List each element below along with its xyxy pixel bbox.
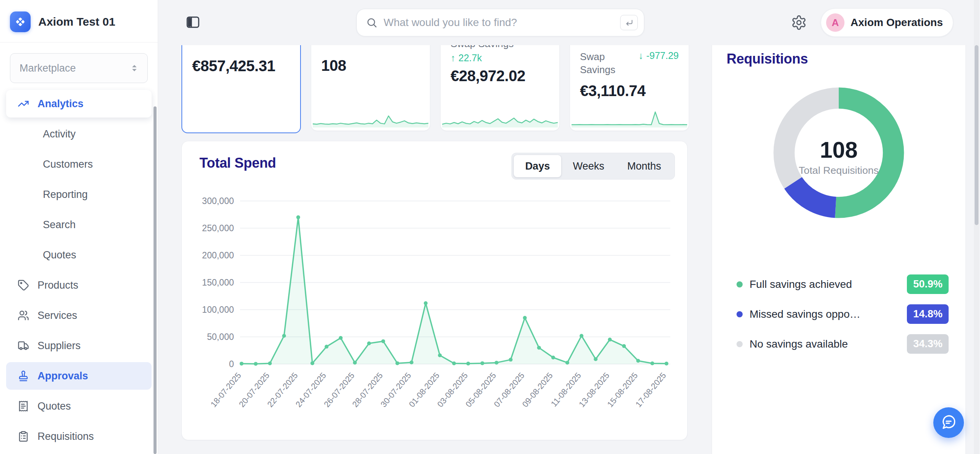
sidebar-item-customers[interactable]: Customers (6, 150, 152, 178)
settings-gear-icon[interactable] (791, 15, 807, 31)
avatar: A (826, 13, 844, 32)
stat-label: Total Spend (192, 45, 290, 46)
sidebar-item-activity[interactable]: Activity (6, 120, 152, 148)
sidebar-item-label: Quotes (38, 400, 71, 412)
requisitions-donut-chart: 108Total Requisitions (762, 76, 915, 229)
sidebar-item-quotes-sub[interactable]: Quotes (6, 241, 152, 269)
sidebar-item-label: Search (43, 219, 76, 231)
app-logo-icon[interactable] (10, 11, 31, 32)
legend-dot (737, 341, 743, 347)
sidebar-item-suppliers[interactable]: Suppliers (6, 332, 152, 359)
chat-bubble-icon (941, 414, 957, 431)
search-input[interactable] (384, 16, 620, 29)
top-bar-right: A Axiom Operations (791, 8, 953, 37)
sparkline-chart (442, 105, 558, 127)
sidebar: Axiom Test 01 Marketplace AnalyticsActiv… (0, 0, 158, 454)
sidebar-item-label: Requisitions (38, 431, 94, 443)
clipboard-icon (18, 431, 29, 442)
sidebar-nav: AnalyticsActivityCustomersReportingSearc… (0, 90, 158, 450)
legend-dot (737, 311, 743, 317)
sidebar-item-products[interactable]: Products (6, 271, 152, 299)
stat-delta: ↓ -977.29 (639, 50, 679, 61)
sidebar-item-approvals[interactable]: Approvals (6, 362, 152, 390)
sidebar-scrollbar[interactable] (154, 106, 157, 454)
panel-left-icon (185, 15, 201, 31)
sidebar-collapse-button[interactable] (184, 14, 202, 31)
requisitions-legend: Full savings achieved50.9%Missed savings… (737, 274, 949, 354)
stat-cards-row: Total Spend €857,425.31 Requisitions 108… (181, 45, 689, 133)
stat-card-requisitions[interactable]: Requisitions 108 (311, 45, 430, 131)
legend-item[interactable]: No savings available34.3% (737, 334, 949, 354)
svg-text:Total Requisitions: Total Requisitions (799, 165, 879, 176)
app-title: Axiom Test 01 (38, 15, 115, 28)
svg-text:300,000: 300,000 (202, 196, 234, 206)
legend-value-badge: 50.9% (907, 274, 949, 294)
total-spend-card: Total Spend DaysWeeksMonths 050,000100,0… (181, 141, 688, 440)
tab-days[interactable]: Days (514, 155, 562, 177)
stat-value: €28,972.02 (451, 67, 549, 85)
stat-label: Requisitions (321, 45, 420, 46)
tab-months[interactable]: Months (616, 155, 673, 177)
legend-dot (737, 281, 743, 287)
sparkline-chart (313, 105, 428, 127)
svg-text:250,000: 250,000 (202, 223, 234, 233)
sidebar-item-label: Activity (43, 128, 76, 140)
logo-row: Axiom Test 01 (0, 0, 158, 42)
user-menu[interactable]: A Axiom Operations (821, 8, 953, 37)
stat-card-swap-savings-up[interactable]: Swap Savings ↑ 22.7k €28,972.02 (440, 45, 560, 131)
sidebar-item-label: Suppliers (38, 340, 81, 352)
stat-label: Swap Savings (580, 50, 626, 76)
svg-text:108: 108 (820, 137, 858, 163)
svg-text:150,000: 150,000 (202, 278, 234, 287)
search-bar[interactable] (356, 9, 644, 36)
trending-up-icon (18, 98, 29, 109)
legend-value-badge: 34.3% (907, 334, 949, 354)
total-spend-chart: 050,000100,000150,000200,000250,000300,0… (188, 195, 682, 429)
sparkline-chart (572, 105, 687, 127)
arrow-down-icon: ↓ (639, 50, 644, 61)
sidebar-item-reporting[interactable]: Reporting (6, 181, 152, 208)
legend-label: Full savings achieved (750, 278, 900, 291)
tag-icon (18, 279, 29, 291)
sidebar-item-label: Analytics (38, 98, 83, 110)
sidebar-item-services[interactable]: Services (6, 302, 152, 329)
stat-value: €3,110.74 (580, 82, 679, 100)
chat-fab-button[interactable] (933, 407, 964, 438)
sidebar-item-analytics[interactable]: Analytics (6, 90, 152, 118)
sidebar-item-quotes[interactable]: Quotes (6, 392, 152, 420)
arrow-up-icon: ↑ (451, 52, 456, 64)
users-icon (18, 310, 29, 321)
stat-label-row: Swap Savings ↓ -977.29 (580, 50, 679, 76)
workspace-select-value: Marketplace (20, 62, 76, 74)
workspace-select[interactable]: Marketplace (10, 53, 148, 83)
legend-item[interactable]: Missed savings oppo…14.8% (737, 304, 949, 324)
requisitions-panel: Requisitions 108Total Requisitions Full … (712, 45, 966, 454)
legend-value-badge: 14.8% (907, 304, 949, 324)
legend-item[interactable]: Full savings achieved50.9% (737, 274, 949, 294)
legend-label: No savings available (750, 338, 900, 350)
diamond-logo-glyph (13, 15, 27, 29)
svg-text:100,000: 100,000 (202, 305, 234, 315)
truck-icon (18, 340, 29, 351)
sidebar-item-label: Quotes (43, 249, 76, 261)
enter-key-icon (620, 15, 638, 30)
chevrons-up-down-icon (129, 63, 140, 73)
divider (0, 42, 158, 42)
sidebar-item-requisitions[interactable]: Requisitions (6, 423, 152, 450)
stat-card-swap-savings-down[interactable]: Swap Savings ↓ -977.29 €3,110.74 (570, 45, 689, 131)
stat-card-total-spend[interactable]: Total Spend €857,425.31 (181, 45, 301, 133)
stat-value: €857,425.31 (192, 57, 290, 75)
sidebar-item-search[interactable]: Search (6, 211, 152, 238)
page-scrollbar-thumb[interactable] (975, 45, 978, 225)
sidebar-item-label: Reporting (43, 189, 88, 201)
legend-label: Missed savings oppo… (750, 308, 900, 320)
stamp-icon (18, 370, 29, 382)
stat-delta: ↑ 22.7k (451, 52, 549, 64)
page-scrollbar[interactable] (974, 0, 979, 454)
tab-weeks[interactable]: Weeks (561, 155, 616, 177)
svg-text:0: 0 (229, 359, 234, 369)
stat-delta-value: -977.29 (646, 50, 679, 61)
receipt-icon (18, 400, 29, 412)
stat-label: Swap Savings (451, 45, 549, 50)
app-root: Axiom Test 01 Marketplace AnalyticsActiv… (0, 0, 980, 454)
